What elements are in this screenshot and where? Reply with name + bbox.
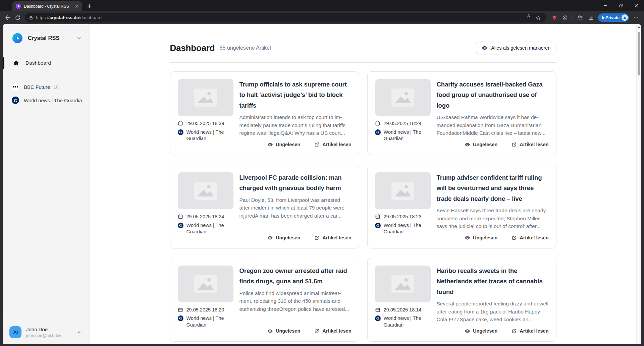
toggle-unread-button[interactable]: Ungelesen [465, 142, 497, 148]
article-date: 29.05.2025 18:24 [384, 120, 422, 127]
article-meta: 29.05.2025 18:39 G World news | The Guar… [178, 120, 233, 142]
article-image-placeholder [178, 79, 233, 116]
article-actions: Ungelesen Artikel lesen [437, 230, 549, 241]
article-description: Several people reported feeling dizzy an… [437, 300, 549, 324]
external-link-icon [314, 328, 320, 334]
lock-icon [29, 15, 33, 20]
bbc-feed-icon [12, 83, 19, 91]
article-image-placeholder [178, 266, 233, 302]
browser-tab[interactable]: Dashboard - Crystal RSS [12, 1, 82, 11]
tab-title: Dashboard - Crystal RSS [24, 4, 73, 9]
favorites-hub-icon[interactable] [575, 13, 585, 22]
toggle-unread-button[interactable]: Ungelesen [465, 235, 497, 241]
guardian-source-icon: G [375, 223, 381, 228]
article-title: Trump officials to ask supreme court to … [239, 79, 352, 111]
tab-close-icon[interactable] [73, 3, 79, 9]
eye-icon [465, 328, 470, 334]
feed-item-world-news-guardian[interactable]: G World news | The Guardia... [3, 94, 90, 107]
article-meta: 29.05.2025 18:23 G World news | The Guar… [375, 214, 431, 235]
article-card: 29.05.2025 18:20 G World news | The Guar… [170, 258, 359, 342]
calendar-icon [375, 120, 381, 126]
eye-icon [267, 235, 273, 241]
inprivate-badge[interactable]: InPrivate [598, 13, 629, 22]
mark-all-read-label: Alles als gelesen markieren [491, 45, 550, 51]
read-aloud-icon[interactable]: A [525, 13, 534, 22]
read-article-button[interactable]: Artikel lesen [314, 328, 351, 334]
guardian-source-icon: G [375, 315, 381, 321]
user-info: John Doe john.doe@test.dev [26, 327, 61, 338]
toggle-unread-button[interactable]: Ungelesen [267, 142, 300, 148]
external-link-icon [314, 142, 320, 147]
favorite-star-icon[interactable] [534, 13, 543, 22]
read-article-button[interactable]: Artikel lesen [512, 235, 548, 241]
article-description: Police also find widespread animal mistr… [239, 289, 352, 313]
guardian-source-icon: G [375, 129, 381, 135]
article-card: 29.05.2025 18:24 G World news | The Guar… [170, 165, 359, 248]
extensions-icon[interactable] [560, 13, 570, 22]
article-title: Liverpool FC parade collision: man charg… [239, 172, 352, 193]
calendar-icon [178, 307, 183, 312]
article-grid: 29.05.2025 18:39 G World news | The Guar… [170, 71, 556, 344]
back-icon[interactable] [3, 13, 13, 23]
user-name: John Doe [26, 327, 61, 332]
chevron-down-icon [76, 36, 82, 41]
article-source: World news | The Guardian [384, 315, 423, 328]
address-bar[interactable]: https://crystal-rss.de/dashboard A [25, 13, 546, 22]
guardian-source-icon: G [178, 315, 183, 321]
scroll-up-icon[interactable] [637, 26, 641, 28]
external-link-icon [512, 328, 517, 334]
read-article-button[interactable]: Artikel lesen [314, 142, 351, 148]
article-meta: 29.05.2025 18:20 G World news | The Guar… [178, 307, 233, 329]
toggle-unread-button[interactable]: Ungelesen [267, 328, 300, 334]
adblock-extension-icon[interactable] [549, 13, 559, 22]
article-actions: Ungelesen Artikel lesen [239, 324, 352, 334]
toolbar-separator [573, 15, 573, 20]
article-date: 29.05.2025 18:23 [384, 214, 422, 220]
crystal-rss-logo [12, 33, 22, 43]
close-button[interactable] [629, 0, 644, 11]
browser-titlebar: Dashboard - Crystal RSS [0, 0, 644, 11]
read-article-button[interactable]: Artikel lesen [512, 142, 548, 148]
article-actions: Ungelesen Artikel lesen [239, 137, 352, 148]
eye-icon [465, 142, 470, 148]
article-source: World news | The Guardian [186, 222, 226, 235]
article-actions: Ungelesen Artikel lesen [239, 230, 352, 241]
article-actions: Ungelesen Artikel lesen [437, 324, 549, 334]
sidebar-item-dashboard[interactable]: Dashboard [3, 56, 90, 70]
scrollbar-thumb[interactable] [638, 32, 640, 75]
article-meta: 29.05.2025 18:14 G World news | The Guar… [375, 307, 431, 329]
user-menu[interactable]: JO John Doe john.doe@test.dev [3, 320, 90, 344]
page-scrollbar[interactable] [636, 24, 641, 344]
calendar-icon [375, 214, 381, 219]
article-description: Paul Doyle, 53, from Liverpool was arres… [239, 196, 352, 220]
toggle-unread-button[interactable]: Ungelesen [267, 235, 300, 241]
sidebar: Crystal RSS Dashboard BBC Future [3, 24, 90, 344]
article-card: 29.05.2025 18:39 G World news | The Guar… [170, 71, 359, 155]
main-content: Dashboard 55 ungelesene Artikel Alles al… [90, 24, 636, 344]
article-description: US-based Rahma Worldwide says it has de­… [437, 113, 549, 137]
minimize-button[interactable] [598, 0, 613, 11]
feed-unread-count: 10 [53, 84, 58, 90]
new-tab-button[interactable] [85, 2, 94, 10]
page-title: Dashboard [170, 43, 215, 53]
toggle-unread-button[interactable]: Ungelesen [465, 328, 497, 334]
browser-menu-icon[interactable] [631, 13, 641, 22]
article-date: 29.05.2025 18:14 [384, 307, 422, 313]
workspace-switcher[interactable]: Crystal RSS [3, 24, 90, 52]
article-card: 29.05.2025 18:14 G World news | The Guar… [367, 258, 556, 342]
eye-icon [267, 328, 273, 334]
url-protocol: https:// [36, 15, 50, 20]
feed-label: World news | The Guardia... [24, 98, 84, 103]
mark-all-read-button[interactable]: Alles als gelesen markieren [476, 42, 556, 54]
refresh-icon[interactable] [13, 13, 23, 23]
article-title: Haribo recalls sweets in the Netherlands… [437, 266, 549, 297]
crystal-rss-favicon [16, 4, 21, 9]
feed-item-bbc-future[interactable]: BBC Future 10 [3, 80, 90, 94]
read-article-button[interactable]: Artikel lesen [512, 328, 548, 334]
url-path: /dashboard [79, 15, 102, 20]
read-article-button[interactable]: Artikel lesen [314, 235, 351, 241]
restore-button[interactable] [613, 0, 629, 11]
inprivate-label: InPrivate [602, 15, 620, 20]
downloads-icon[interactable] [586, 13, 596, 22]
url-text: https://crystal-rss.de/dashboard [36, 15, 102, 20]
